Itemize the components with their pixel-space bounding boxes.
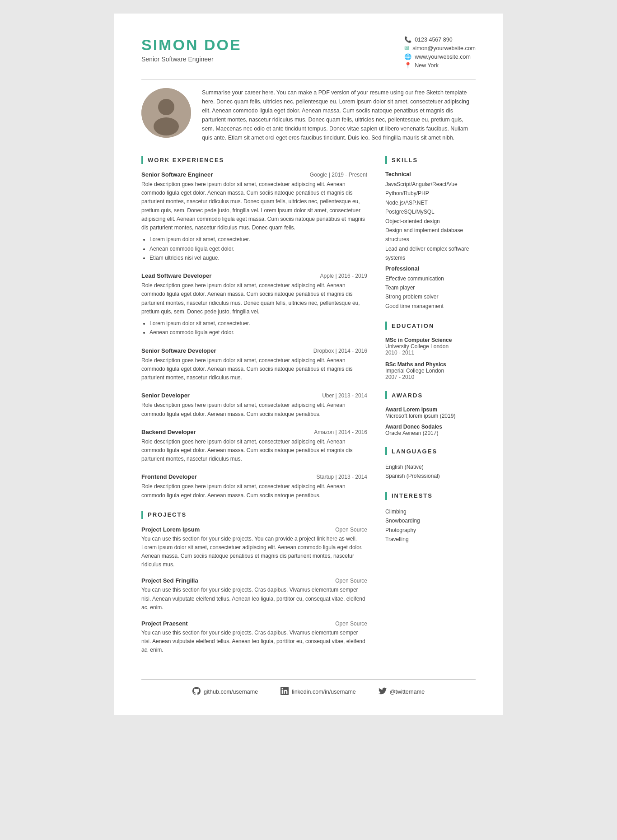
technical-skill-item: Python/Ruby/PHP [385, 189, 476, 198]
github-url: github.com/username [204, 689, 258, 695]
project-header: Project Lorem Ipsum Open Source [141, 526, 367, 533]
professional-skill-item: Strong problem solver [385, 292, 476, 301]
project-description: You can use this section for your side p… [141, 586, 367, 612]
professional-skills-list: Effective communicationTeam playerStrong… [385, 274, 476, 311]
edu-degree: MSc in Computer Science [385, 337, 476, 343]
project-type: Open Source [335, 578, 367, 584]
interests-list: ClimbingSnowboardingPhotographyTravellin… [385, 507, 476, 544]
project-type: Open Source [335, 527, 367, 533]
linkedin-url: linkedin.com/in/username [292, 689, 356, 695]
professional-skill-item: Effective communication [385, 274, 476, 283]
job-title-text: Senior Software Developer [141, 347, 216, 354]
twitter-link[interactable]: @twittername [379, 687, 425, 697]
project-title-text: Project Praesent [141, 620, 188, 627]
github-link[interactable]: github.com/username [192, 687, 258, 697]
phone-icon: 📞 [404, 36, 411, 43]
languages-list: English (Native)Spanish (Professional) [385, 462, 476, 481]
bullet-item: Lorem ipsum dolor sit amet, consectetuer… [150, 235, 367, 244]
job-item: Lead Software Developer Apple | 2016 - 2… [141, 272, 367, 337]
technical-skills-list: JavaScript/Angular/React/VuePython/Ruby/… [385, 180, 476, 263]
technical-skill-item: Node.js/ASP.NET [385, 198, 476, 207]
work-experiences-title: WORK EXPERIENCES [141, 156, 367, 164]
header-divider [141, 79, 476, 80]
interest-item: Climbing [385, 507, 476, 516]
email-address: simon@yourwebsite.com [412, 45, 476, 51]
email-row: ✉ simon@yourwebsite.com [404, 45, 476, 51]
projects-list: Project Lorem Ipsum Open Source You can … [141, 526, 367, 655]
main-layout: WORK EXPERIENCES Senior Software Enginee… [141, 156, 476, 666]
education-list: MSc in Computer Science University Colle… [385, 337, 476, 380]
job-header: Senior Software Engineer Google | 2019 -… [141, 171, 367, 178]
resume-page: SIMON DOE Senior Software Engineer 📞 012… [114, 14, 503, 715]
job-item: Frontend Developer Startup | 2013 - 2014… [141, 473, 367, 499]
job-header: Senior Software Developer Dropbox | 2014… [141, 347, 367, 354]
job-description: Role description goes here ipsum dolor s… [141, 180, 367, 232]
edu-school: Imperial College London [385, 368, 476, 374]
job-meta: Uber | 2013 - 2014 [322, 392, 367, 399]
project-item: Project Lorem Ipsum Open Source You can … [141, 526, 367, 569]
award-name: Award Lorem Ipsum [385, 406, 476, 413]
technical-skill-item: Object-oriented design [385, 217, 476, 226]
website-url: www.yourwebsite.com [415, 54, 471, 60]
project-item: Project Sed Fringilla Open Source You ca… [141, 577, 367, 612]
project-item: Project Praesent Open Source You can use… [141, 620, 367, 655]
job-header: Backend Developer Amazon | 2014 - 2016 [141, 429, 367, 435]
website-icon: 🌐 [404, 53, 411, 60]
professional-skill-item: Good time management [385, 302, 476, 311]
phone-row: 📞 0123 4567 890 [404, 36, 476, 43]
languages-title: LANGUAGES [385, 447, 476, 455]
job-title-text: Backend Developer [141, 429, 196, 435]
technical-skill-item: Lead and deliver complex software system… [385, 244, 476, 263]
website-row: 🌐 www.yourwebsite.com [404, 53, 476, 60]
language-item: English (Native) [385, 462, 476, 471]
job-meta: Google | 2019 - Present [310, 172, 367, 178]
awards-section: AWARDS Award Lorem Ipsum Microsoft lorem… [385, 391, 476, 436]
linkedin-link[interactable]: linkedin.com/in/username [280, 687, 356, 697]
phone-number: 0123 4567 890 [415, 37, 452, 43]
job-meta: Apple | 2016 - 2019 [320, 273, 367, 279]
email-icon: ✉ [404, 45, 409, 51]
interests-title: INTERESTS [385, 492, 476, 500]
projects-section: PROJECTS Project Lorem Ipsum Open Source… [141, 511, 367, 655]
bullet-item: Aenean commodo ligula eget dolor. [150, 244, 367, 253]
project-description: You can use this section for your side p… [141, 629, 367, 655]
job-title-text: Senior Developer [141, 392, 190, 399]
project-description: You can use this section for your side p… [141, 535, 367, 569]
bio-section: Summarise your career here. You can make… [141, 88, 476, 142]
bio-text: Summarise your career here. You can make… [202, 88, 476, 142]
left-column: WORK EXPERIENCES Senior Software Enginee… [141, 156, 367, 666]
education-item: BSc Maths and Physics Imperial College L… [385, 361, 476, 380]
location: New York [415, 62, 439, 69]
github-icon [192, 687, 201, 697]
education-section: EDUCATION MSc in Computer Science Univer… [385, 322, 476, 380]
job-item: Senior Software Engineer Google | 2019 -… [141, 171, 367, 262]
language-item: Spanish (Professional) [385, 471, 476, 481]
award-item: Award Donec Sodales Oracle Aenean (2017) [385, 424, 476, 436]
job-title: Senior Software Engineer [141, 56, 242, 63]
bullet-item: Etiam ultricies nisi vel augue. [150, 253, 367, 262]
job-item: Senior Software Developer Dropbox | 2014… [141, 347, 367, 383]
interest-item: Snowboarding [385, 516, 476, 525]
header-left: SIMON DOE Senior Software Engineer [141, 36, 242, 63]
bullet-item: Lorem ipsum dolor sit amet, consectetuer… [150, 319, 367, 328]
job-title-text: Frontend Developer [141, 473, 197, 480]
work-experiences-list: Senior Software Engineer Google | 2019 -… [141, 171, 367, 500]
full-name: SIMON DOE [141, 36, 242, 54]
job-meta: Amazon | 2014 - 2016 [314, 429, 367, 435]
interest-item: Travelling [385, 535, 476, 544]
bullet-item: Aenean commodo ligula eget dolor. [150, 328, 367, 337]
footer: github.com/username linkedin.com/in/user… [141, 679, 476, 697]
skills-section: SKILLS Technical JavaScript/Angular/Reac… [385, 156, 476, 311]
location-icon: 📍 [404, 62, 411, 69]
job-description: Role description goes here ipsum dolor s… [141, 438, 367, 464]
job-header: Senior Developer Uber | 2013 - 2014 [141, 392, 367, 399]
professional-label: Professional [385, 266, 476, 272]
job-description: Role description goes here ipsum dolor s… [141, 356, 367, 383]
location-row: 📍 New York [404, 62, 476, 69]
award-name: Award Donec Sodales [385, 424, 476, 430]
education-item: MSc in Computer Science University Colle… [385, 337, 476, 356]
job-header: Lead Software Developer Apple | 2016 - 2… [141, 272, 367, 279]
projects-title: PROJECTS [141, 511, 367, 519]
job-header: Frontend Developer Startup | 2013 - 2014 [141, 473, 367, 480]
svg-point-1 [158, 99, 174, 115]
